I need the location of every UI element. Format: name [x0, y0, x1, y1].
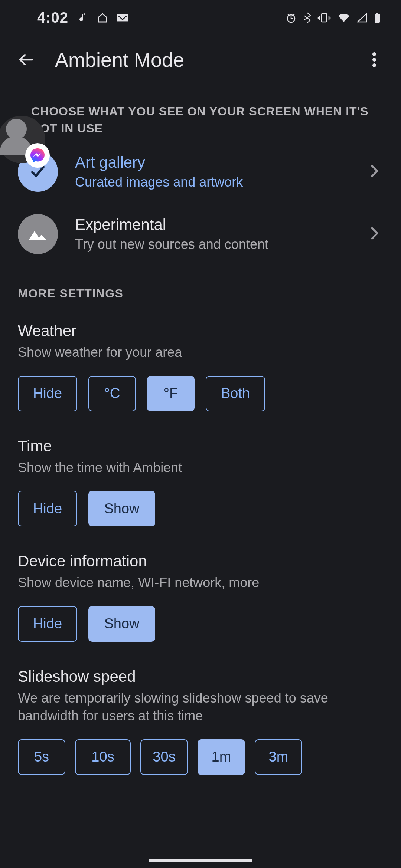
home-icon: [97, 12, 108, 24]
back-button[interactable]: [13, 47, 39, 72]
messenger-icon: [29, 147, 46, 164]
page-title: Ambient Mode: [55, 48, 184, 71]
arrow-left-icon: [17, 50, 35, 69]
weather-option-hide[interactable]: Hide: [18, 376, 77, 411]
alarm-icon: [286, 12, 297, 23]
time-option-hide[interactable]: Hide: [18, 491, 77, 526]
messenger-badge: [25, 143, 50, 168]
setting-title: Weather: [18, 322, 383, 340]
setting-subtitle: We are temporarily slowing slideshow spe…: [18, 689, 383, 725]
screenshot-icon: [117, 12, 128, 24]
slideshow-option-3m[interactable]: 3m: [255, 739, 302, 775]
mountains-icon: [27, 227, 49, 241]
device-info-option-show[interactable]: Show: [88, 606, 155, 642]
cell-signal-icon: [357, 13, 367, 23]
svg-point-5: [372, 52, 376, 56]
status-left: 4:02: [37, 9, 128, 26]
vibrate-icon: [317, 13, 331, 23]
mode-row-art-gallery[interactable]: Art gallery Curated images and artwork: [18, 141, 383, 203]
section-header-more-settings: MORE SETTINGS: [18, 265, 383, 315]
chevron-right-icon: [370, 226, 383, 242]
status-bar: 4:02: [0, 0, 401, 35]
setting-title: Time: [18, 437, 383, 455]
mode-row-experimental[interactable]: Experimental Try out new sources and con…: [18, 203, 383, 265]
svg-rect-2: [322, 14, 327, 22]
svg-rect-3: [375, 14, 380, 23]
mode-subtitle: Try out new sources and content: [75, 237, 353, 252]
device-info-options: Hide Show: [18, 606, 383, 642]
time-options: Hide Show: [18, 491, 383, 526]
chat-head-bubble[interactable]: [0, 116, 50, 168]
chevron-right-icon: [370, 164, 383, 180]
music-note-icon: [76, 12, 88, 24]
weather-option-celsius[interactable]: °C: [88, 376, 136, 411]
weather-option-fahrenheit[interactable]: °F: [147, 376, 195, 411]
svg-point-7: [372, 63, 376, 67]
bluetooth-icon: [303, 12, 311, 24]
time-option-show[interactable]: Show: [88, 491, 155, 526]
battery-icon: [374, 12, 381, 23]
slideshow-option-1m[interactable]: 1m: [198, 739, 245, 775]
overflow-menu-button[interactable]: [364, 49, 385, 70]
setting-subtitle: Show weather for your area: [18, 343, 383, 362]
slideshow-options: 5s 10s 30s 1m 3m: [18, 739, 383, 775]
navigation-handle[interactable]: [149, 859, 252, 862]
mode-avatar: [18, 214, 58, 254]
more-vert-icon: [372, 52, 376, 67]
setting-title: Device information: [18, 552, 383, 570]
setting-title: Slideshow speed: [18, 668, 383, 685]
setting-time: Time Show the time with Ambient Hide Sho…: [18, 411, 383, 527]
svg-rect-4: [376, 13, 378, 14]
mode-subtitle: Curated images and artwork: [75, 174, 353, 190]
setting-subtitle: Show device name, WI-FI network, more: [18, 574, 383, 592]
mode-title: Experimental: [75, 216, 353, 234]
device-info-option-hide[interactable]: Hide: [18, 606, 77, 642]
wifi-icon: [338, 13, 350, 23]
svg-point-6: [372, 58, 376, 62]
slideshow-option-30s[interactable]: 30s: [140, 739, 188, 775]
slideshow-option-5s[interactable]: 5s: [18, 739, 65, 775]
setting-weather: Weather Show weather for your area Hide …: [18, 315, 383, 411]
weather-option-both[interactable]: Both: [206, 376, 265, 411]
app-bar: Ambient Mode: [0, 35, 401, 84]
section-description: CHOOSE WHAT YOU SEE ON YOUR SCREEN WHEN …: [18, 84, 383, 141]
weather-options: Hide °C °F Both: [18, 376, 383, 411]
setting-slideshow-speed: Slideshow speed We are temporarily slowi…: [18, 642, 383, 775]
slideshow-option-10s[interactable]: 10s: [75, 739, 131, 775]
mode-title: Art gallery: [75, 154, 353, 171]
mode-texts: Art gallery Curated images and artwork: [75, 154, 353, 190]
setting-device-information: Device information Show device name, WI-…: [18, 526, 383, 642]
mode-texts: Experimental Try out new sources and con…: [75, 216, 353, 252]
status-clock: 4:02: [37, 9, 68, 26]
content: CHOOSE WHAT YOU SEE ON YOUR SCREEN WHEN …: [0, 84, 401, 775]
status-notification-icons: [76, 12, 128, 24]
setting-subtitle: Show the time with Ambient: [18, 459, 383, 477]
status-system-icons: [286, 12, 381, 24]
